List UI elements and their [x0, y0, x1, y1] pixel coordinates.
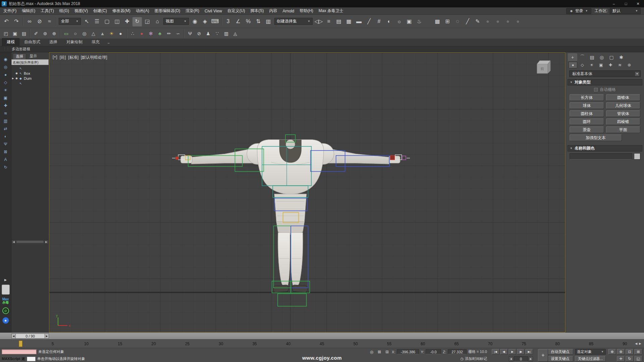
zoom-all-button[interactable]: ⊛ — [617, 349, 625, 355]
menu-item[interactable]: 图形编辑器(D) — [152, 7, 183, 14]
menu-item[interactable]: 组(G) — [57, 7, 72, 14]
dim-dot-3-icon[interactable]: ● — [503, 16, 513, 26]
foliage-icon[interactable]: ♣ — [155, 29, 164, 38]
rollout-header[interactable]: ▼ 名称和颜色 — [568, 145, 642, 152]
timeline-tick[interactable]: 20 — [151, 342, 157, 346]
menu-item[interactable]: Civil View — [202, 7, 225, 14]
timeline-tick[interactable]: 10 — [83, 342, 89, 346]
dim-dot-2-icon[interactable]: ● — [493, 16, 503, 26]
visibility-eye-icon[interactable]: ◉ — [15, 77, 19, 80]
angle-snap-toggle-icon[interactable]: ∠ — [233, 16, 243, 26]
play-button[interactable]: ▶ — [508, 349, 516, 355]
menu-item[interactable]: 视图(V) — [72, 7, 91, 14]
zoom-region-button[interactable]: ⊞ — [634, 349, 642, 355]
scene-object-row[interactable]: ▶ ◉ ◆ Dum — [11, 76, 49, 81]
maximize-viewport-button[interactable]: ◱ — [634, 356, 642, 362]
scroll-left-icon[interactable]: ◀ — [635, 342, 637, 345]
display-tab[interactable]: ▢ — [607, 53, 616, 61]
timeline-tick[interactable]: 15 — [117, 342, 123, 346]
use-pivot-point-center-icon[interactable]: ◉ — [190, 16, 200, 26]
biped-icon[interactable]: ♟ — [204, 29, 213, 38]
select-and-place-icon[interactable]: ⌂ — [152, 16, 162, 26]
timeline-tick[interactable]: 50 — [353, 342, 359, 346]
select-and-rotate-icon[interactable]: ↻ — [132, 16, 142, 26]
previous-frame-arrow-icon[interactable]: ◀ — [11, 334, 16, 339]
display-bones-icon[interactable]: Ψ — [2, 140, 9, 147]
timeline-tick[interactable]: 45 — [319, 342, 325, 346]
z-coordinate-field[interactable]: 27.332 — [448, 349, 467, 354]
lights-category[interactable]: ☀ — [587, 62, 596, 68]
key-filters-button[interactable]: 关键点过滤器... — [575, 356, 606, 362]
mixer-icon[interactable]: ◬ — [231, 29, 240, 38]
menu-item[interactable]: 工具(T) — [38, 7, 56, 14]
select-and-move-icon[interactable]: ✚ — [122, 16, 132, 26]
prohibit-icon[interactable]: ⊘ — [195, 29, 204, 38]
systems-category[interactable]: ⊛ — [625, 62, 634, 68]
ellipse-shape-icon[interactable]: ○ — [71, 29, 80, 38]
grow-selection-icon[interactable]: ⊕ — [50, 29, 59, 38]
ribbon-tab[interactable]: 填充 — [87, 39, 104, 46]
select-and-manipulate-icon[interactable]: ◈ — [200, 16, 210, 26]
object-type-button[interactable]: 圆环 — [570, 118, 604, 125]
unlink-selection-icon[interactable]: ⊘ — [35, 16, 45, 26]
go-to-start-button[interactable]: |◀ — [492, 349, 499, 355]
object-type-button[interactable]: 几何球体 — [606, 102, 641, 109]
rendered-frame-window-icon[interactable]: ▣ — [404, 16, 414, 26]
named-selection-sets-dropdown[interactable]: 创建选择集 ▼ — [274, 18, 313, 25]
render-production-icon[interactable]: ♨ — [414, 16, 424, 26]
polygon-modeling-panel-label[interactable]: 多边形建模 — [12, 47, 30, 52]
create-tab[interactable]: + — [568, 53, 577, 61]
timeline-tick[interactable]: 40 — [285, 342, 291, 346]
menu-item[interactable]: 渲染(R) — [183, 7, 202, 14]
display-geometry-icon[interactable]: ● — [2, 71, 9, 78]
helpers-category[interactable]: ✚ — [606, 62, 615, 68]
viewport-canvas[interactable] — [49, 53, 565, 332]
rollout-header[interactable]: ▼ 对象类型 — [568, 79, 642, 85]
menu-item[interactable]: 修改器(M) — [110, 7, 133, 14]
scroll-right-icon[interactable]: ▶ — [639, 342, 641, 345]
circle-shape-icon[interactable]: ◎ — [80, 29, 89, 38]
explorer-tab[interactable]: 显示 — [27, 53, 40, 59]
track-bar[interactable]: 51015202530354045505560657075808590 ◀ ▶ — [0, 339, 644, 348]
object-type-button[interactable]: 四棱锥 — [606, 118, 641, 125]
menu-item[interactable]: Arnold — [280, 7, 297, 14]
object-type-button[interactable]: 球体 — [570, 102, 604, 109]
pan-button[interactable]: ✛ — [617, 356, 625, 362]
snaps-toggle-3d-icon[interactable]: 3 — [223, 16, 233, 26]
edit-named-selection-sets-icon[interactable]: ▥ — [263, 16, 273, 26]
isolate-selection-icon[interactable]: ◎ — [369, 349, 375, 355]
scrollbar-thumb[interactable] — [16, 240, 44, 243]
undo-icon[interactable]: ↶ — [1, 16, 11, 26]
ribbon-overflow-icon[interactable]: •• — [106, 42, 112, 46]
set-key-mode-button[interactable]: + — [538, 349, 548, 362]
transform-typein-mode-icon[interactable]: ⊞ — [384, 349, 390, 355]
pencil-hb-icon[interactable]: ✏ — [164, 29, 173, 38]
object-type-button[interactable]: 平面 — [606, 126, 641, 133]
redo-icon[interactable]: ↷ — [11, 16, 21, 26]
scroll-left-icon[interactable]: ◀ — [12, 240, 16, 244]
new-container-icon[interactable]: ▣ — [10, 29, 19, 38]
select-object-icon[interactable]: ↖ — [82, 16, 92, 26]
cone-primitive-icon[interactable]: △ — [89, 29, 98, 38]
selection-lock-icon[interactable]: ⊠ — [376, 349, 382, 355]
object-name-input[interactable] — [570, 153, 632, 160]
timeline-tick[interactable]: 30 — [218, 342, 224, 346]
menu-item[interactable]: 自定义(U) — [225, 7, 248, 14]
window-crossing-toggle-icon[interactable]: ◫ — [112, 16, 122, 26]
display-none-icon[interactable]: ◎ — [2, 63, 9, 70]
marker-grid-icon[interactable]: ⊞ — [442, 16, 452, 26]
menu-item[interactable]: 创建(C) — [91, 7, 110, 14]
object-type-button[interactable]: 圆锥体 — [606, 94, 641, 101]
menu-item[interactable]: 内容 — [266, 7, 280, 14]
add-time-tag[interactable]: ◷ 添加时间标记 — [460, 356, 487, 361]
red-material-sphere-icon[interactable]: ● — [137, 29, 146, 38]
slice-tool-icon[interactable]: ╱ — [463, 16, 473, 26]
antivirus-badge[interactable]: Max 杀毒 — [2, 298, 9, 304]
pyramid-primitive-icon[interactable]: ▲ — [98, 29, 107, 38]
sunlight-icon[interactable]: ☀ — [107, 29, 116, 38]
object-type-button[interactable]: 圆柱体 — [570, 110, 604, 117]
motion-layers-icon[interactable]: ▥ — [222, 29, 231, 38]
display-groups-icon[interactable]: ▥ — [2, 117, 9, 124]
object-color-swatch[interactable] — [634, 153, 640, 160]
keyboard-shortcut-override-icon[interactable]: ⌨ — [210, 16, 220, 26]
